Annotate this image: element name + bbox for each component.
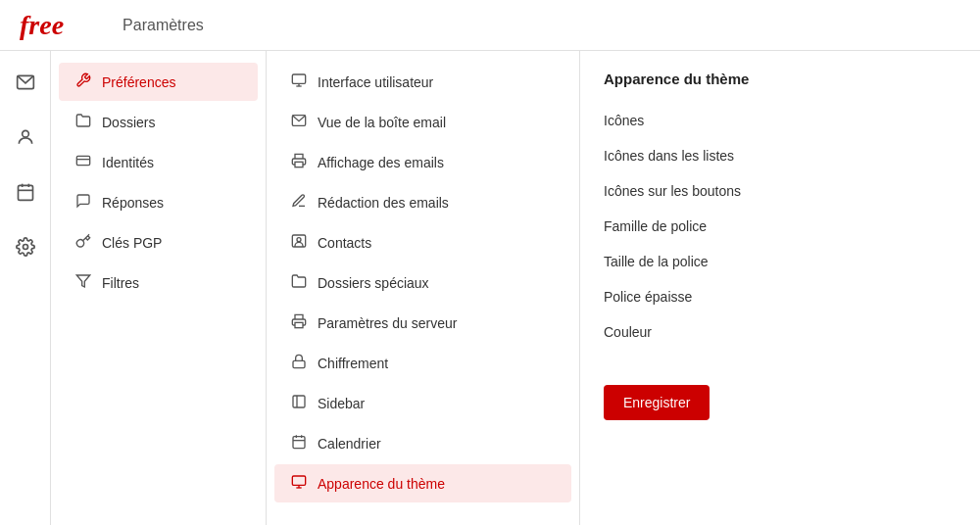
left-menu-item-dossiers[interactable]: Dossiers xyxy=(59,103,258,141)
filtres-icon xyxy=(74,273,92,292)
svg-rect-2 xyxy=(18,185,32,200)
left-panel: Préférences Dossiers Identités Réponses xyxy=(51,51,267,525)
middle-menu-item-chiffrement[interactable]: Chiffrement xyxy=(274,344,571,382)
middle-menu-item-calendrier[interactable]: Calendrier xyxy=(274,424,571,462)
header: free Paramètres xyxy=(0,0,980,51)
middle-menu-item-vue-boite[interactable]: Vue de la boîte email xyxy=(274,103,571,141)
middle-menu-item-affichage[interactable]: Affichage des emails xyxy=(274,143,571,181)
svg-rect-18 xyxy=(293,360,305,367)
dossiers-icon xyxy=(74,113,92,131)
option-icones[interactable]: Icônes xyxy=(604,103,956,138)
preferences-icon xyxy=(74,72,92,91)
contacts-icon xyxy=(290,233,308,252)
middle-menu-item-dossiers-speciaux[interactable]: Dossiers spéciaux xyxy=(274,263,571,302)
option-taille-police[interactable]: Taille de la police xyxy=(604,244,956,279)
middle-menu-label-chiffrement: Chiffrement xyxy=(318,356,388,371)
calendrier-icon xyxy=(290,434,308,453)
identites-icon xyxy=(74,153,92,171)
save-button[interactable]: Enregistrer xyxy=(604,385,710,420)
svg-point-6 xyxy=(23,245,27,250)
middle-menu-label-interface: Interface utilisateur xyxy=(318,74,433,90)
middle-menu-item-interface[interactable]: Interface utilisateur xyxy=(274,63,571,101)
left-menu-label-identites: Identités xyxy=(102,155,154,170)
header-title: Paramètres xyxy=(122,17,204,34)
middle-menu-item-apparence[interactable]: Apparence du thème xyxy=(274,464,571,502)
calendar-nav-icon[interactable] xyxy=(10,176,41,208)
left-menu-item-identites[interactable]: Identités xyxy=(59,143,258,181)
left-menu-label-filtres: Filtres xyxy=(102,275,139,291)
middle-panel: Interface utilisateur Vue de la boîte em… xyxy=(267,51,580,525)
middle-menu-label-redaction: Rédaction des emails xyxy=(318,195,449,211)
svg-rect-25 xyxy=(292,476,305,485)
left-menu-label-reponses: Réponses xyxy=(102,195,164,211)
settings-nav-icon[interactable] xyxy=(10,231,41,262)
apparence-icon xyxy=(290,474,308,493)
dossiers-speciaux-icon xyxy=(290,273,308,292)
mail-nav-icon[interactable] xyxy=(10,67,41,98)
middle-menu-label-vue-boite: Vue de la boîte email xyxy=(318,115,446,130)
parametres-serveur-icon xyxy=(290,313,308,332)
svg-rect-17 xyxy=(295,322,303,327)
reponses-icon xyxy=(74,193,92,212)
left-menu-label-dossiers: Dossiers xyxy=(102,115,155,130)
left-menu-item-reponses[interactable]: Réponses xyxy=(59,183,258,221)
chiffrement-icon xyxy=(290,354,308,372)
svg-marker-9 xyxy=(76,275,89,287)
middle-menu-label-apparence: Apparence du thème xyxy=(318,476,445,492)
middle-menu-label-calendrier: Calendrier xyxy=(318,436,381,452)
middle-menu-label-dossiers-speciaux: Dossiers spéciaux xyxy=(318,275,429,291)
sidebar-icon xyxy=(290,394,308,412)
cles-pgp-icon xyxy=(74,233,92,252)
icon-sidebar xyxy=(0,51,51,525)
affichage-icon xyxy=(290,153,308,171)
redaction-icon xyxy=(290,193,308,212)
left-menu-label-cles-pgp: Clés PGP xyxy=(102,235,162,251)
svg-point-16 xyxy=(297,238,301,242)
option-icones-boutons[interactable]: Icônes sur les boutons xyxy=(604,173,956,209)
left-menu-label-preferences: Préférences xyxy=(102,74,175,90)
option-couleur[interactable]: Couleur xyxy=(604,314,956,350)
svg-rect-7 xyxy=(76,156,89,165)
middle-menu-label-affichage: Affichage des emails xyxy=(318,155,444,170)
middle-menu-label-parametres-serveur: Paramètres du serveur xyxy=(318,315,457,331)
logo[interactable]: free xyxy=(20,10,64,41)
svg-point-1 xyxy=(22,130,28,137)
option-famille-police[interactable]: Famille de police xyxy=(604,209,956,244)
middle-menu-item-contacts[interactable]: Contacts xyxy=(274,223,571,262)
svg-rect-21 xyxy=(293,437,305,449)
option-icones-listes[interactable]: Icônes dans les listes xyxy=(604,138,956,173)
middle-menu-label-sidebar: Sidebar xyxy=(318,396,365,411)
user-nav-icon[interactable] xyxy=(10,121,41,153)
svg-rect-19 xyxy=(293,396,305,407)
middle-menu-item-parametres-serveur[interactable]: Paramètres du serveur xyxy=(274,304,571,342)
left-menu-item-preferences[interactable]: Préférences xyxy=(59,63,258,101)
svg-rect-10 xyxy=(292,74,305,83)
svg-rect-14 xyxy=(295,162,303,167)
middle-menu-item-redaction[interactable]: Rédaction des emails xyxy=(274,183,571,221)
right-panel: Apparence du thème Icônes Icônes dans le… xyxy=(580,51,980,525)
vue-boite-icon xyxy=(290,113,308,131)
option-police-epaisse[interactable]: Police épaisse xyxy=(604,279,956,314)
right-panel-title: Apparence du thème xyxy=(604,71,956,87)
app-layout: Préférences Dossiers Identités Réponses xyxy=(0,51,980,525)
middle-menu-label-contacts: Contacts xyxy=(318,235,371,251)
left-menu-item-cles-pgp[interactable]: Clés PGP xyxy=(59,223,258,262)
left-menu-item-filtres[interactable]: Filtres xyxy=(59,263,258,302)
interface-icon xyxy=(290,72,308,91)
middle-menu-item-sidebar[interactable]: Sidebar xyxy=(274,384,571,422)
